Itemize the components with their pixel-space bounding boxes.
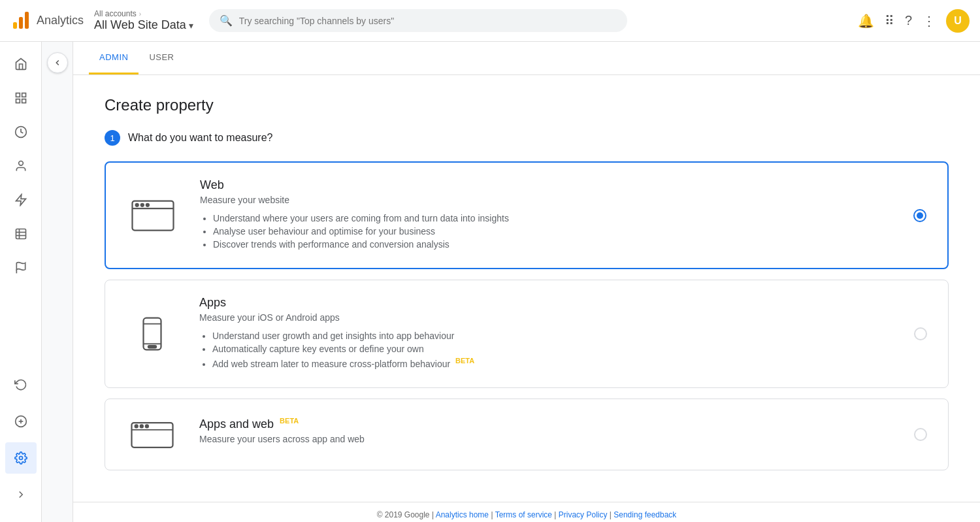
search-icon: 🔍 (220, 14, 233, 27)
apps-beta-badge: BETA (455, 357, 474, 365)
sidebar-item-behavior[interactable] (5, 218, 37, 250)
sidebar-item-dashboard[interactable] (5, 82, 37, 114)
svg-point-30 (135, 425, 138, 428)
tab-admin[interactable]: ADMIN (89, 42, 139, 74)
tab-user[interactable]: USER (139, 42, 184, 74)
breadcrumb-accounts[interactable]: All accounts (94, 9, 137, 18)
breadcrumb-main[interactable]: All Web Site Data ▾ (94, 18, 193, 32)
search-input[interactable] (239, 16, 617, 26)
step-question: What do you want to measure? (128, 132, 272, 144)
svg-rect-5 (16, 99, 20, 103)
svg-rect-24 (144, 318, 161, 350)
web-card-title: Web (200, 178, 892, 192)
svg-rect-1 (19, 17, 23, 29)
svg-point-32 (146, 425, 149, 428)
sidebar-item-realtime[interactable] (5, 116, 37, 148)
svg-rect-2 (25, 12, 29, 29)
page-body: Create property 1 What do you want to me… (73, 75, 980, 502)
sidebar-item-conversions[interactable] (5, 252, 37, 284)
layout: ADMIN USER Create property 1 What do you… (0, 42, 980, 522)
svg-point-8 (18, 161, 23, 166)
web-bullet-1: Understand where your users are coming f… (213, 213, 892, 223)
sidebar-item-loops[interactable] (5, 369, 37, 400)
apps-and-web-card-content: Apps and web BETA Measure your users acr… (199, 417, 893, 452)
apps-card-title: Apps (199, 296, 893, 310)
analytics-logo-icon (10, 10, 31, 31)
notification-icon[interactable]: 🔔 (858, 13, 874, 29)
tabs: ADMIN USER (73, 42, 980, 75)
sidebar-bottom (5, 368, 37, 517)
svg-marker-9 (16, 195, 25, 206)
sidebar-item-discover[interactable] (5, 406, 37, 437)
search-bar[interactable]: 🔍 (209, 9, 627, 32)
sidebar (0, 42, 42, 522)
sidebar-item-audience[interactable] (5, 150, 37, 182)
footer-link-feedback[interactable]: Sending feedback (613, 510, 676, 519)
option-card-apps[interactable]: Apps Measure your iOS or Android apps Un… (105, 280, 949, 388)
svg-point-22 (141, 203, 144, 206)
footer: © 2019 Google | Analytics home | Terms o… (73, 502, 980, 522)
logo: Analytics (10, 10, 84, 31)
web-card-subtitle: Measure your website (200, 195, 892, 205)
web-card-bullets: Understand where your users are coming f… (200, 213, 892, 250)
sidebar-expand[interactable] (5, 479, 37, 510)
more-vert-icon[interactable]: ⋮ (923, 13, 936, 29)
apps-card-content: Apps Measure your iOS or Android apps Un… (199, 296, 893, 372)
svg-rect-0 (13, 22, 17, 29)
breadcrumb-top: All accounts › (94, 9, 193, 18)
web-bullet-2: Analyse user behaviour and optimise for … (213, 226, 892, 237)
web-card-content: Web Measure your website Understand wher… (200, 178, 892, 252)
svg-point-23 (146, 203, 150, 206)
apps-grid-icon[interactable]: ⠿ (885, 13, 894, 29)
apps-radio[interactable] (914, 327, 927, 340)
apps-card-subtitle: Measure your iOS or Android apps (199, 312, 893, 323)
svg-rect-6 (22, 99, 25, 103)
web-icon (127, 196, 179, 235)
footer-link-privacy[interactable]: Privacy Policy (559, 510, 608, 519)
collapse-button[interactable] (47, 52, 68, 73)
apps-and-web-radio[interactable] (914, 428, 927, 441)
header: Analytics All accounts › All Web Site Da… (0, 0, 980, 42)
apps-and-web-beta-badge: BETA (280, 417, 299, 425)
logo-text: Analytics (37, 14, 84, 27)
header-actions: 🔔 ⠿ ? ⋮ U (858, 9, 970, 33)
svg-point-18 (19, 457, 22, 460)
apps-icon (126, 314, 178, 353)
apps-card-bullets: Understand user growth and get insights … (199, 331, 893, 369)
avatar[interactable]: U (946, 9, 970, 33)
footer-link-analytics-home[interactable]: Analytics home (436, 510, 489, 519)
step-badge: 1 (105, 130, 120, 146)
main-content: ADMIN USER Create property 1 What do you… (73, 42, 980, 522)
svg-rect-4 (22, 93, 25, 97)
web-bullet-3: Discover trends with performance and con… (213, 239, 892, 250)
svg-point-31 (140, 425, 144, 428)
breadcrumb-dropdown-icon: ▾ (189, 20, 193, 31)
apps-bullet-1: Understand user growth and get insights … (212, 331, 893, 341)
apps-bullet-3: Add web stream later to measure cross-pl… (212, 357, 893, 369)
page-title: Create property (105, 96, 949, 114)
apps-and-web-icon (126, 415, 178, 454)
breadcrumb: All accounts › All Web Site Data ▾ (94, 9, 193, 32)
step-header: 1 What do you want to measure? (105, 130, 949, 146)
sidebar-item-acquisition[interactable] (5, 184, 37, 216)
footer-copyright: © 2019 Google (377, 510, 430, 519)
footer-link-terms[interactable]: Terms of service (495, 510, 552, 519)
apps-bullet-2: Automatically capture key events or defi… (212, 344, 893, 354)
sidebar-item-admin[interactable] (5, 442, 37, 474)
apps-and-web-card-title: Apps and web BETA (199, 417, 893, 431)
help-icon[interactable]: ? (905, 13, 912, 28)
option-card-web[interactable]: Web Measure your website Understand wher… (105, 161, 949, 269)
breadcrumb-chevron: › (139, 10, 141, 18)
option-card-apps-and-web[interactable]: Apps and web BETA Measure your users acr… (105, 399, 949, 470)
apps-and-web-card-subtitle: Measure your users across app and web (199, 434, 893, 444)
svg-rect-3 (16, 93, 20, 97)
svg-point-21 (135, 203, 139, 206)
sub-sidebar (42, 42, 73, 522)
web-radio[interactable] (913, 209, 926, 222)
svg-rect-10 (16, 229, 25, 239)
sidebar-item-home[interactable] (5, 48, 37, 80)
svg-rect-27 (148, 346, 157, 348)
